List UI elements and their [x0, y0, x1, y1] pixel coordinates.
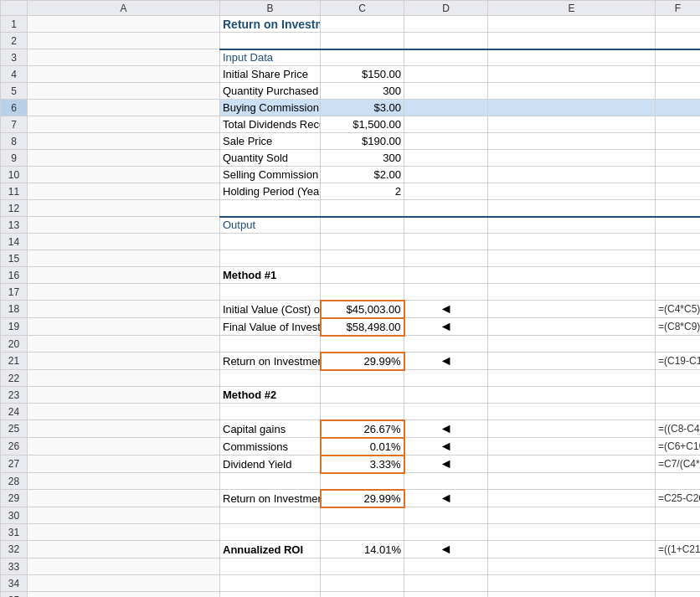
- cell-b[interactable]: [220, 370, 321, 387]
- cell-c[interactable]: [321, 49, 404, 66]
- cell-c[interactable]: $58,498.00: [321, 318, 404, 336]
- cell-a[interactable]: [28, 183, 220, 200]
- cell-b[interactable]: [220, 575, 321, 592]
- cell-b[interactable]: Initial Share Price: [220, 66, 321, 83]
- cell-a[interactable]: [28, 455, 220, 473]
- cell-b[interactable]: Holding Period (Years): [220, 183, 321, 200]
- cell-c[interactable]: [321, 234, 404, 250]
- cell-c[interactable]: $45,003.00: [321, 301, 404, 318]
- cell-a[interactable]: [28, 217, 220, 234]
- cell-b[interactable]: Final Value of Investment: [220, 318, 321, 336]
- cell-b[interactable]: [220, 284, 321, 301]
- cell-a[interactable]: [28, 200, 220, 217]
- cell-b[interactable]: [220, 234, 321, 250]
- cell-b[interactable]: Initial Value (Cost) of Investment: [220, 301, 321, 318]
- cell-b[interactable]: [220, 336, 321, 353]
- cell-a[interactable]: [28, 250, 220, 267]
- cell-b[interactable]: [220, 524, 321, 541]
- cell-c[interactable]: [321, 558, 404, 575]
- cell-c[interactable]: [321, 524, 404, 541]
- cell-c[interactable]: [321, 284, 404, 301]
- cell-b[interactable]: Total Dividends Received: [220, 116, 321, 133]
- cell-c[interactable]: [321, 267, 404, 284]
- cell-b[interactable]: Quantity Sold: [220, 150, 321, 167]
- cell-a[interactable]: [28, 318, 220, 336]
- cell-b[interactable]: Return on Investment (ROI): [220, 16, 321, 33]
- cell-a[interactable]: [28, 336, 220, 353]
- cell-c[interactable]: [321, 473, 404, 490]
- cell-c[interactable]: 3.33%: [321, 455, 404, 473]
- cell-b[interactable]: Method #2: [220, 387, 321, 404]
- cell-c[interactable]: [321, 336, 404, 353]
- cell-a[interactable]: [28, 473, 220, 490]
- cell-c[interactable]: [321, 592, 404, 598]
- cell-a[interactable]: [28, 116, 220, 133]
- cell-b[interactable]: Selling Commission: [220, 167, 321, 183]
- cell-a[interactable]: [28, 284, 220, 301]
- cell-b[interactable]: [220, 33, 321, 49]
- cell-b[interactable]: [220, 404, 321, 420]
- cell-b[interactable]: [220, 473, 321, 490]
- cell-b[interactable]: Return on Investment (ROI): [220, 353, 321, 370]
- cell-c[interactable]: [321, 387, 404, 404]
- cell-a[interactable]: [28, 592, 220, 598]
- cell-c[interactable]: 14.01%: [321, 541, 404, 558]
- cell-b[interactable]: Buying Commission: [220, 100, 321, 116]
- cell-a[interactable]: [28, 66, 220, 83]
- cell-a[interactable]: [28, 370, 220, 387]
- cell-b[interactable]: Method #1: [220, 267, 321, 284]
- cell-b[interactable]: Commissions: [220, 438, 321, 455]
- cell-c[interactable]: $150.00: [321, 66, 404, 83]
- cell-a[interactable]: [28, 420, 220, 438]
- cell-a[interactable]: [28, 33, 220, 49]
- cell-a[interactable]: [28, 575, 220, 592]
- cell-c[interactable]: [321, 200, 404, 217]
- cell-c[interactable]: [321, 404, 404, 420]
- cell-c[interactable]: [321, 33, 404, 49]
- cell-a[interactable]: [28, 438, 220, 455]
- cell-c[interactable]: 29.99%: [321, 490, 404, 507]
- cell-c[interactable]: $3.00: [321, 100, 404, 116]
- cell-b[interactable]: Annualized ROI: [220, 541, 321, 558]
- cell-a[interactable]: [28, 234, 220, 250]
- cell-a[interactable]: [28, 387, 220, 404]
- cell-a[interactable]: [28, 558, 220, 575]
- cell-b[interactable]: Output: [220, 217, 321, 234]
- cell-c[interactable]: [321, 16, 404, 33]
- cell-a[interactable]: [28, 490, 220, 507]
- cell-b[interactable]: [220, 592, 321, 598]
- cell-c[interactable]: $2.00: [321, 167, 404, 183]
- cell-c[interactable]: [321, 217, 404, 234]
- cell-b[interactable]: Capital gains: [220, 420, 321, 438]
- cell-b[interactable]: Input Data: [220, 49, 321, 66]
- cell-a[interactable]: [28, 353, 220, 370]
- cell-c[interactable]: 29.99%: [321, 353, 404, 370]
- cell-a[interactable]: [28, 16, 220, 33]
- cell-a[interactable]: [28, 133, 220, 150]
- cell-c[interactable]: $1,500.00: [321, 116, 404, 133]
- cell-b[interactable]: [220, 200, 321, 217]
- cell-a[interactable]: [28, 507, 220, 524]
- cell-c[interactable]: [321, 250, 404, 267]
- cell-b[interactable]: Dividend Yield: [220, 455, 321, 473]
- cell-a[interactable]: [28, 267, 220, 284]
- cell-b[interactable]: [220, 507, 321, 524]
- cell-a[interactable]: [28, 167, 220, 183]
- cell-a[interactable]: [28, 100, 220, 116]
- cell-b[interactable]: [220, 558, 321, 575]
- cell-a[interactable]: [28, 541, 220, 558]
- cell-c[interactable]: $190.00: [321, 133, 404, 150]
- cell-c[interactable]: [321, 507, 404, 524]
- cell-a[interactable]: [28, 150, 220, 167]
- cell-c[interactable]: 26.67%: [321, 420, 404, 438]
- cell-a[interactable]: [28, 49, 220, 66]
- cell-a[interactable]: [28, 301, 220, 318]
- cell-c[interactable]: 300: [321, 83, 404, 100]
- cell-b[interactable]: [220, 250, 321, 267]
- cell-b[interactable]: Quantity Purchased: [220, 83, 321, 100]
- cell-b[interactable]: Return on Investment (ROI): [220, 490, 321, 507]
- cell-a[interactable]: [28, 83, 220, 100]
- cell-c[interactable]: [321, 575, 404, 592]
- cell-c[interactable]: 2: [321, 183, 404, 200]
- cell-a[interactable]: [28, 404, 220, 420]
